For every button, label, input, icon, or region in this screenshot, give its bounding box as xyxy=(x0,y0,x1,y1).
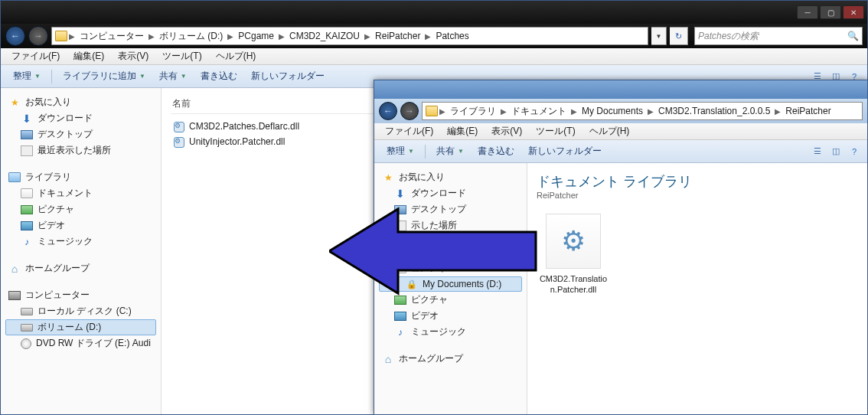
chevron-right-icon[interactable]: ▶ xyxy=(648,107,654,116)
chevron-right-icon[interactable]: ▶ xyxy=(439,107,445,116)
computer-header[interactable]: コンピューター xyxy=(5,287,156,303)
favorites-header[interactable]: ★お気に入り xyxy=(379,169,522,185)
nav-recent[interactable]: 示した場所 xyxy=(379,217,522,234)
organize-button[interactable]: 整理▼ xyxy=(380,142,420,161)
breadcrumb-item[interactable]: ドキュメント xyxy=(508,103,569,119)
library-title: ドキュメント ライブラリ xyxy=(537,172,858,191)
breadcrumb-item[interactable]: CM3D2.Translation_2.0.0.5 xyxy=(655,104,773,118)
share-button[interactable]: 共有▼ xyxy=(430,142,470,161)
nav-downloads[interactable]: ⬇ダウンロード xyxy=(379,185,522,201)
forward-button[interactable]: → xyxy=(28,26,48,46)
chevron-right-icon[interactable]: ▶ xyxy=(279,32,285,41)
nav-videos[interactable]: ビデオ xyxy=(5,217,156,234)
homegroup-header[interactable]: ⌂ホームグループ xyxy=(5,260,156,276)
breadcrumb-item[interactable]: ReiPatcher xyxy=(372,29,423,43)
star-icon: ★ xyxy=(382,172,394,184)
library-icon xyxy=(8,172,21,182)
breadcrumb-item[interactable]: Patches xyxy=(432,29,472,43)
share-button[interactable]: 共有▼ xyxy=(153,67,193,86)
help-icon[interactable]: ? xyxy=(847,145,861,158)
menu-edit[interactable]: 編集(E) xyxy=(67,48,110,64)
chevron-right-icon[interactable]: ▶ xyxy=(69,32,75,41)
menu-file[interactable]: ファイル(F) xyxy=(5,48,66,64)
menu-help[interactable]: ヘルプ(H) xyxy=(210,48,263,64)
breadcrumb-item[interactable]: コンピューター xyxy=(77,28,147,44)
breadcrumb-item[interactable]: ライブラリ xyxy=(447,103,499,119)
titlebar[interactable]: ─ ▢ ✕ xyxy=(1,1,867,24)
breadcrumb-item[interactable]: ボリューム (D:) xyxy=(156,28,226,44)
chevron-right-icon[interactable]: ▶ xyxy=(148,32,155,41)
preview-pane-icon[interactable]: ◫ xyxy=(829,145,843,158)
menu-view[interactable]: 表示(V) xyxy=(485,123,528,139)
nav-downloads[interactable]: ⬇ダウンロード xyxy=(5,110,156,126)
nav-documents[interactable]: ュメント xyxy=(379,260,522,276)
chevron-right-icon[interactable]: ▶ xyxy=(364,32,370,41)
nav-pictures[interactable]: ピクチャ xyxy=(379,292,522,308)
burn-button[interactable]: 書き込む xyxy=(472,142,520,161)
videos-icon xyxy=(21,221,33,230)
back-button[interactable]: ← xyxy=(5,26,25,46)
library-icon xyxy=(382,247,394,257)
desktop-icon xyxy=(394,205,406,214)
chevron-right-icon[interactable]: ▶ xyxy=(571,107,577,116)
nav-documents[interactable]: ドキュメント xyxy=(5,185,156,201)
address-history-button[interactable]: ▼ xyxy=(651,27,667,45)
chevron-right-icon[interactable]: ▶ xyxy=(775,107,781,116)
recent-icon xyxy=(394,221,406,231)
documents-icon xyxy=(21,188,33,198)
menu-tools[interactable]: ツール(T) xyxy=(530,123,581,139)
burn-button[interactable]: 書き込む xyxy=(194,67,243,86)
forward-button[interactable]: → xyxy=(400,102,419,120)
menu-file[interactable]: ファイル(F) xyxy=(379,123,439,139)
menubar: ファイル(F) 編集(E) 表示(V) ツール(T) ヘルプ(H) xyxy=(374,123,867,140)
organize-button[interactable]: 整理▼ xyxy=(7,67,47,86)
menu-help[interactable]: ヘルプ(H) xyxy=(583,123,636,139)
titlebar[interactable] xyxy=(374,80,867,99)
file-list-pane[interactable]: ドキュメント ライブラリ ReiPatcher ⚙ CM3D2.Translat… xyxy=(527,163,867,414)
nav-drive-c[interactable]: ローカル ディスク (C:) xyxy=(5,303,156,319)
favorites-header[interactable]: ★お気に入り xyxy=(5,94,156,110)
nav-music[interactable]: ♪ミュージック xyxy=(379,324,522,340)
nav-pictures[interactable]: ピクチャ xyxy=(5,201,156,217)
breadcrumb-item[interactable]: PCgame xyxy=(235,29,277,43)
nav-desktop[interactable]: デスクトップ xyxy=(5,126,156,142)
add-to-library-button[interactable]: ライブラリに追加▼ xyxy=(57,67,152,86)
dll-icon xyxy=(172,136,184,148)
new-folder-button[interactable]: 新しいフォルダー xyxy=(245,67,331,86)
refresh-button[interactable]: ↻ xyxy=(670,27,688,45)
menu-view[interactable]: 表示(V) xyxy=(112,48,155,64)
chevron-right-icon[interactable]: ▶ xyxy=(425,32,431,41)
address-bar[interactable]: ▶ コンピューター ▶ ボリューム (D:) ▶ PCgame ▶ CM3D2_… xyxy=(51,27,648,45)
breadcrumb-item[interactable]: ReiPatcher xyxy=(782,104,834,118)
pictures-icon xyxy=(21,205,33,214)
menu-tools[interactable]: ツール(T) xyxy=(156,48,207,64)
libraries-header[interactable]: ライブラリ xyxy=(5,169,156,185)
chevron-right-icon[interactable]: ▶ xyxy=(227,32,233,41)
nav-videos[interactable]: ビデオ xyxy=(379,308,522,324)
nav-recent[interactable]: 最近表示した場所 xyxy=(5,142,156,158)
address-bar[interactable]: ▶ ライブラリ ▶ ドキュメント ▶ My Documents ▶ CM3D2.… xyxy=(422,102,863,120)
nav-music[interactable]: ♪ミュージック xyxy=(5,234,156,250)
chevron-right-icon[interactable]: ▶ xyxy=(501,107,507,116)
nav-my-documents[interactable]: 🔒My Documents (D:) xyxy=(379,276,522,292)
menu-edit[interactable]: 編集(E) xyxy=(441,123,484,139)
new-folder-button[interactable]: 新しいフォルダー xyxy=(522,142,608,161)
close-button[interactable]: ✕ xyxy=(843,5,864,19)
nav-desktop[interactable]: デスクトップ xyxy=(379,201,522,217)
search-input[interactable]: Patchesの検索 🔍 xyxy=(694,27,863,45)
dvd-icon xyxy=(21,338,31,349)
maximize-button[interactable]: ▢ xyxy=(820,5,841,19)
file-thumbnail[interactable]: ⚙ CM3D2.Translation.Patcher.dll xyxy=(537,214,610,296)
separator xyxy=(51,70,52,83)
search-icon[interactable]: 🔍 xyxy=(847,31,859,41)
breadcrumb-item[interactable]: My Documents xyxy=(579,104,646,118)
minimize-button[interactable]: ─ xyxy=(797,5,818,19)
nav-drive-e[interactable]: DVD RW ドライブ (E:) Audi xyxy=(5,335,156,351)
computer-icon xyxy=(8,291,21,300)
nav-drive-d[interactable]: ボリューム (D:) xyxy=(5,319,156,335)
homegroup-header[interactable]: ⌂ホームグループ xyxy=(379,351,522,367)
view-options-icon[interactable]: ☰ xyxy=(811,145,824,158)
libraries-header[interactable]: ライブラリ xyxy=(379,244,522,260)
breadcrumb-item[interactable]: CM3D2_KAIZOU xyxy=(286,29,363,43)
back-button[interactable]: ← xyxy=(379,102,397,120)
